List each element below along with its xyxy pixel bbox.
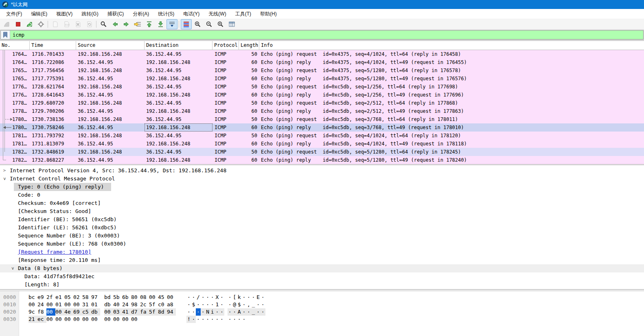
hex-byte[interactable]: 00 xyxy=(149,294,158,301)
hex-byte[interactable]: 2f xyxy=(46,294,55,301)
ascii-char[interactable]: · xyxy=(256,301,261,308)
ascii-char[interactable]: · xyxy=(232,308,237,316)
ascii-char[interactable]: $ xyxy=(191,301,196,308)
hex-byte[interactable]: 00 xyxy=(46,308,55,316)
go-last-button[interactable] xyxy=(155,19,166,29)
request-frame-link[interactable]: [Request frame: 178010] xyxy=(18,248,91,256)
packet-row[interactable]: 1781…1731.81307936.152.44.95192.168.156.… xyxy=(0,140,644,148)
cell-info[interactable]: Echo (ping) reply id=0x4375, seq=4/1024,… xyxy=(259,58,644,66)
hex-byte[interactable]: 01 xyxy=(91,301,100,308)
cell-src[interactable]: 192.168.156.248 xyxy=(76,99,145,107)
cell-len[interactable]: 60 xyxy=(239,107,259,115)
cell-info[interactable]: Echo (ping) reply id=0xc5db, seq=3/768, … xyxy=(259,123,644,132)
cell-no[interactable]: 1781… xyxy=(0,132,30,140)
hex-byte[interactable]: 69 xyxy=(73,308,82,316)
cell-len[interactable]: 50 xyxy=(239,148,259,156)
zoom-out-button[interactable] xyxy=(204,19,215,29)
chevron-right-icon[interactable]: > xyxy=(2,167,7,175)
menu-item[interactable]: 无线(W) xyxy=(204,9,230,19)
hex-byte[interactable]: 4e xyxy=(64,308,73,316)
hex-byte[interactable]: 01 xyxy=(55,301,64,308)
cell-no[interactable]: 1782… xyxy=(0,148,30,156)
ascii-char[interactable]: · xyxy=(228,316,232,323)
ascii-char[interactable]: · xyxy=(237,316,242,323)
hex-byte[interactable]: a8 xyxy=(167,301,176,308)
cell-dst[interactable]: 192.168.156.248 xyxy=(145,123,212,132)
cell-len[interactable]: 50 xyxy=(239,132,259,140)
hex-byte[interactable]: 00 xyxy=(73,316,82,323)
ascii-char[interactable]: · xyxy=(219,301,224,308)
cell-proto[interactable]: ICMP xyxy=(212,156,239,164)
hex-byte[interactable]: e1 xyxy=(55,294,64,301)
packet-row[interactable]: 1765…1717.756456192.168.156.24836.152.44… xyxy=(0,66,644,75)
cell-src[interactable]: 192.168.156.248 xyxy=(76,148,145,156)
hex-byte[interactable]: ec xyxy=(37,316,46,323)
filter-bookmark-icon[interactable] xyxy=(1,31,10,39)
cell-time[interactable]: 1731.793792 xyxy=(30,132,76,140)
cell-info[interactable]: Echo (ping) request id=0xc5db, seq=1/256… xyxy=(259,83,644,91)
stop-capture-button[interactable] xyxy=(13,19,24,29)
cell-src[interactable]: 192.168.156.248 xyxy=(76,66,145,75)
cell-info[interactable]: Echo (ping) request id=0xc5db, seq=2/512… xyxy=(259,99,644,107)
ascii-char[interactable]: · xyxy=(242,301,247,308)
hex-byte[interactable]: 00 xyxy=(104,316,113,323)
column-header-dst[interactable]: Destination xyxy=(145,41,212,50)
cell-len[interactable]: 60 xyxy=(239,58,259,66)
cell-proto[interactable]: ICMP xyxy=(212,83,239,91)
cell-proto[interactable]: ICMP xyxy=(212,107,239,115)
cell-proto[interactable]: ICMP xyxy=(212,58,239,66)
hex-byte[interactable]: 6b xyxy=(122,294,131,301)
ascii-char[interactable]: · xyxy=(256,308,261,316)
cell-no[interactable]: 1780… xyxy=(0,123,30,132)
cell-dst[interactable]: 192.168.156.248 xyxy=(145,58,212,66)
hex-byte[interactable]: 21 xyxy=(28,316,37,323)
hex-byte[interactable]: 00 xyxy=(131,316,140,323)
cell-no[interactable]: 1776… xyxy=(0,91,30,99)
cell-len[interactable]: 60 xyxy=(239,91,259,99)
column-header-time[interactable]: Time xyxy=(30,41,76,50)
ascii-char[interactable]: · xyxy=(186,308,191,316)
ascii-char[interactable]: · xyxy=(201,316,206,323)
cell-no[interactable]: 1778… xyxy=(0,107,30,115)
ascii-char[interactable]: · xyxy=(191,294,196,301)
menu-item[interactable]: 帮助(H) xyxy=(256,9,281,19)
detail-line[interactable]: [Checksum Status: Good] xyxy=(0,207,644,215)
hex-byte[interactable]: 05 xyxy=(64,294,73,301)
ascii-char[interactable]: · xyxy=(219,308,224,316)
menu-item[interactable]: 编辑(E) xyxy=(26,9,52,19)
go-forward-button[interactable] xyxy=(121,19,132,29)
zoom-in-button[interactable] xyxy=(192,19,203,29)
column-header-info[interactable]: Info xyxy=(259,41,644,50)
hex-byte[interactable]: 00 xyxy=(113,316,122,323)
cell-time[interactable]: 1728.641643 xyxy=(30,91,76,99)
ascii-char[interactable]: · xyxy=(191,316,196,323)
detail-line[interactable]: Sequence Number (BE): 3 (0x0003) xyxy=(0,232,644,240)
packet-row[interactable]: 1764…1716.72208636.152.44.95192.168.156.… xyxy=(0,58,644,66)
cell-proto[interactable]: ICMP xyxy=(212,99,239,107)
cell-dst[interactable]: 36.152.44.95 xyxy=(145,148,212,156)
hex-byte[interactable]: 00 xyxy=(55,316,64,323)
cell-dst[interactable]: 36.152.44.95 xyxy=(145,99,212,107)
ascii-char[interactable]: · xyxy=(205,316,210,323)
cell-src[interactable]: 192.168.156.248 xyxy=(76,83,145,91)
ascii-char[interactable]: · xyxy=(228,294,232,301)
cell-time[interactable]: 1731.813079 xyxy=(30,140,76,148)
ascii-char[interactable]: · xyxy=(191,308,196,316)
cell-no[interactable]: 1764… xyxy=(0,58,30,66)
ascii-char[interactable]: / xyxy=(196,294,201,301)
cell-src[interactable]: 36.152.44.95 xyxy=(76,156,145,164)
cell-proto[interactable]: ICMP xyxy=(212,91,239,99)
packet-row[interactable]: 1778…1729.680720192.168.156.24836.152.44… xyxy=(0,99,644,107)
ascii-char[interactable]: · xyxy=(251,294,256,301)
auto-scroll-toggle[interactable] xyxy=(166,19,177,29)
packet-row[interactable]: 1780…1730.75824636.152.44.95192.168.156.… xyxy=(0,123,644,132)
menu-item[interactable]: 跳转(G) xyxy=(77,9,103,19)
ascii-char[interactable]: · xyxy=(196,316,201,323)
detail-line[interactable]: >Internet Control Message Protocol xyxy=(0,175,644,183)
hex-byte[interactable]: 00 xyxy=(46,316,55,323)
display-filter-input[interactable] xyxy=(10,31,643,39)
hex-byte[interactable]: 45 xyxy=(158,294,167,301)
cell-time[interactable]: 1730.758246 xyxy=(30,123,76,132)
hex-byte[interactable]: bc xyxy=(28,294,37,301)
menu-item[interactable]: 工具(T) xyxy=(231,9,256,19)
